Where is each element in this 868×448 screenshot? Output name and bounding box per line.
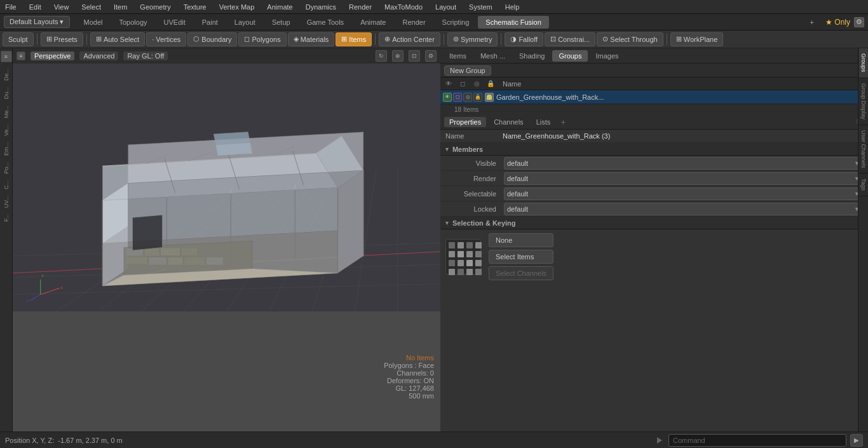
prop-selectable-dropdown[interactable]: default ▼ bbox=[504, 187, 863, 200]
rp-tab-shading[interactable]: Shading bbox=[513, 50, 551, 62]
left-tool-c[interactable]: C... bbox=[2, 178, 11, 192]
command-input[interactable]: Command bbox=[668, 434, 846, 447]
layout-dropdown[interactable]: Default Layouts ▾ bbox=[4, 16, 70, 28]
symmetry-button[interactable]: ⊜ Symmetry bbox=[447, 32, 498, 46]
menu-texture[interactable]: Texture bbox=[181, 3, 209, 11]
rside-tab-user-channels[interactable]: User Channels bbox=[859, 125, 868, 174]
tab-render[interactable]: Render bbox=[395, 16, 433, 29]
vertices-button[interactable]: · Vertices bbox=[146, 32, 186, 46]
left-tool-deform[interactable]: De... bbox=[2, 66, 11, 83]
tab-paint[interactable]: Paint bbox=[194, 16, 226, 29]
group-sel-icon[interactable]: ◎ bbox=[463, 93, 472, 102]
left-tool-f[interactable]: F... bbox=[2, 212, 11, 224]
settings-icon[interactable]: ⚙ bbox=[854, 17, 864, 27]
sculpt-button[interactable]: Sculpt bbox=[3, 32, 34, 46]
section-members[interactable]: ▼ Members bbox=[440, 143, 868, 156]
none-button[interactable]: None bbox=[489, 233, 553, 247]
menu-item[interactable]: Item bbox=[111, 3, 130, 11]
toolbar-separator-5 bbox=[501, 34, 501, 45]
action-center-button[interactable]: ⊕ Action Center bbox=[379, 32, 440, 46]
add-layout-tab[interactable]: + bbox=[803, 16, 822, 29]
menu-vertex-map[interactable]: Vertex Map bbox=[217, 3, 257, 11]
viewport-perspective-label[interactable]: Perspective bbox=[31, 51, 74, 60]
star-only-btn[interactable]: ★ Only bbox=[825, 18, 850, 27]
left-tool-edge[interactable]: Em... bbox=[2, 140, 11, 158]
tab-setup[interactable]: Setup bbox=[264, 16, 298, 29]
tab-schematic-fusion[interactable]: Schematic Fusion bbox=[478, 16, 548, 29]
group-sub-0: 18 Items bbox=[440, 104, 868, 114]
rp-props-tab-lists[interactable]: Lists bbox=[531, 117, 556, 127]
tab-game-tools[interactable]: Game Tools bbox=[299, 16, 352, 29]
rp-props-add-tab[interactable]: + bbox=[558, 117, 568, 127]
rside-tab-tags[interactable]: Tags bbox=[859, 173, 868, 196]
tab-layout[interactable]: Layout bbox=[227, 16, 263, 29]
prop-visible-dropdown[interactable]: default ▼ bbox=[504, 157, 863, 170]
left-tool-top[interactable]: ≡ bbox=[1, 51, 12, 62]
rp-tab-groups[interactable]: Groups bbox=[552, 50, 588, 62]
viewport-raygl-label[interactable]: Ray GL: Off bbox=[123, 51, 168, 60]
menu-view[interactable]: View bbox=[51, 3, 72, 11]
prop-name-value[interactable]: Name_Greenhouse_with_Rack (3) bbox=[503, 132, 863, 140]
key-dot-10 bbox=[466, 260, 473, 266]
tab-scripting[interactable]: Scripting bbox=[435, 16, 477, 29]
rp-props-tab-channels[interactable]: Channels bbox=[489, 117, 528, 127]
auto-select-button[interactable]: ⊞ Auto Select bbox=[90, 32, 145, 46]
group-lock-icon[interactable]: 🔒 bbox=[473, 93, 482, 102]
command-go-button[interactable]: ▶ bbox=[850, 434, 863, 447]
prop-locked-dropdown[interactable]: default ▼ bbox=[504, 203, 863, 215]
rp-tab-images[interactable]: Images bbox=[589, 50, 625, 62]
tab-animate[interactable]: Animate bbox=[353, 16, 393, 29]
menu-render[interactable]: Render bbox=[346, 3, 374, 11]
menu-animate[interactable]: Animate bbox=[264, 3, 295, 11]
viewport-menu-icon[interactable]: ≡ bbox=[17, 51, 25, 60]
viewport-zoom-icon[interactable]: ⊕ bbox=[392, 50, 403, 62]
menu-system[interactable]: System bbox=[466, 3, 495, 11]
menu-help[interactable]: Help bbox=[503, 3, 522, 11]
menu-edit[interactable]: Edit bbox=[27, 3, 44, 11]
materials-button[interactable]: ◈ Materials bbox=[288, 32, 335, 46]
menu-layout[interactable]: Layout bbox=[433, 3, 459, 11]
viewport-rotate-icon[interactable]: ↻ bbox=[376, 50, 387, 62]
items-button[interactable]: ⊞ Items bbox=[336, 32, 372, 46]
viewport-advanced-label[interactable]: Advanced bbox=[79, 51, 118, 60]
position-label: Position X, Y, Z: bbox=[5, 437, 54, 444]
presets-button[interactable]: ⊞ Presets bbox=[41, 32, 83, 46]
viewport-settings-icon[interactable]: ⚙ bbox=[425, 50, 437, 62]
prop-name-label: Name bbox=[445, 132, 503, 140]
rp-tab-items[interactable]: Items bbox=[443, 50, 473, 62]
rside-tab-group-display[interactable]: Group Display bbox=[859, 78, 868, 125]
rp-tab-mesh[interactable]: Mesh ... bbox=[474, 50, 512, 62]
group-render-icon[interactable]: ◻ bbox=[453, 93, 462, 102]
keyframe-grid[interactable] bbox=[445, 239, 481, 275]
prop-render-dropdown[interactable]: default ▼ bbox=[504, 172, 863, 185]
left-tool-duplicate[interactable]: Du... bbox=[2, 85, 11, 102]
select-items-button[interactable]: Select Items bbox=[489, 250, 553, 264]
group-eye-icon[interactable]: 👁 bbox=[443, 93, 452, 102]
select-through-button[interactable]: ⊙ Select Through bbox=[597, 32, 663, 46]
left-tool-uv[interactable]: UV... bbox=[2, 193, 11, 210]
new-group-button[interactable]: New Group bbox=[444, 65, 491, 76]
menu-dynamics[interactable]: Dynamics bbox=[303, 3, 339, 11]
tab-topology[interactable]: Topology bbox=[111, 16, 154, 29]
group-row-0[interactable]: 👁 ◻ ◎ 🔒 Garden_Greenhouse_with_Rack... bbox=[440, 90, 868, 104]
left-tool-mesh[interactable]: Me... bbox=[2, 103, 11, 121]
boundary-button[interactable]: ⬡ Boundary bbox=[187, 32, 237, 46]
menu-select[interactable]: Select bbox=[79, 3, 104, 11]
cmd-expand-icon[interactable] bbox=[657, 437, 662, 444]
workplane-button[interactable]: ⊞ WorkPlane bbox=[670, 32, 724, 46]
rp-props-tab-properties[interactable]: Properties bbox=[444, 117, 486, 127]
tab-uvedit[interactable]: UVEdit bbox=[156, 16, 193, 29]
menu-file[interactable]: File bbox=[3, 3, 19, 11]
left-tool-poly[interactable]: Po... bbox=[2, 160, 11, 177]
tab-model[interactable]: Model bbox=[76, 16, 111, 29]
menu-geometry[interactable]: Geometry bbox=[137, 3, 173, 11]
rside-tab-groups[interactable]: Groups bbox=[859, 48, 868, 78]
viewport-fit-icon[interactable]: ⊡ bbox=[409, 50, 420, 62]
left-tool-vertex[interactable]: Ve... bbox=[2, 122, 11, 139]
falloff-button[interactable]: ◑ Falloff bbox=[505, 32, 543, 46]
section-selection-keying[interactable]: ▼ Selection & Keying bbox=[440, 217, 868, 229]
menu-maxtomodo[interactable]: MaxToModo bbox=[382, 3, 425, 11]
polygons-button[interactable]: ◻ Polygons bbox=[238, 32, 286, 46]
constraints-button[interactable]: ⊡ Constrai... bbox=[545, 32, 595, 46]
viewport[interactable]: ≡ Perspective Advanced Ray GL: Off ↻ ⊕ ⊡… bbox=[13, 48, 440, 431]
